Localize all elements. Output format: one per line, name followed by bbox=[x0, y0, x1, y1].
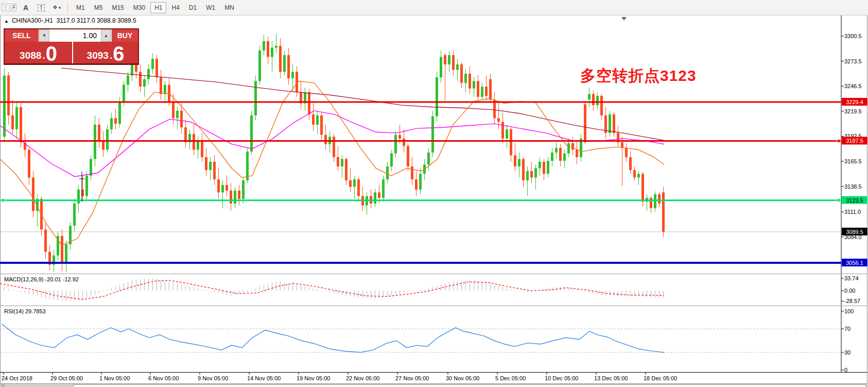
price-axis-tick: 3246.5 bbox=[844, 83, 862, 89]
time-axis-label: 29 Oct 05:00 bbox=[50, 375, 83, 381]
objects-menu-button[interactable]: ❖ ▾ bbox=[50, 2, 63, 14]
candle-body bbox=[44, 229, 47, 251]
candle-body bbox=[473, 81, 475, 88]
candle-body bbox=[205, 157, 207, 170]
candle-body bbox=[357, 179, 360, 196]
sell-price-main: 3088 bbox=[20, 51, 41, 60]
candle-body bbox=[526, 171, 529, 180]
line-drag-handle bbox=[837, 139, 840, 142]
candle-body bbox=[94, 125, 96, 159]
buy-price-main: 3093 bbox=[87, 51, 109, 60]
toolbar-separator bbox=[67, 3, 68, 13]
axis-label-text: 3229.4 bbox=[846, 99, 863, 105]
volume-input[interactable]: 1.00 bbox=[49, 29, 101, 42]
candle-body bbox=[3, 76, 6, 137]
candle-body bbox=[234, 191, 236, 204]
candle-body bbox=[353, 179, 356, 187]
timeframe-m1[interactable]: M1 bbox=[72, 2, 89, 13]
timeframe-d1[interactable]: D1 bbox=[185, 2, 201, 13]
axis-label-text: 3123.5 bbox=[846, 197, 863, 204]
insert-text-button[interactable]: A bbox=[19, 2, 32, 14]
price-axis-tick: 3300.5 bbox=[844, 33, 862, 39]
candle-body bbox=[230, 191, 232, 204]
candle-body bbox=[209, 162, 212, 170]
candle-body bbox=[563, 154, 566, 161]
candle-body bbox=[431, 116, 434, 153]
candle-body bbox=[197, 141, 199, 150]
candle-body bbox=[662, 192, 665, 232]
candle-body bbox=[155, 59, 158, 77]
price-axis-tick: 3111.0 bbox=[844, 209, 861, 215]
candle-body bbox=[180, 111, 183, 127]
text-a-icon: A bbox=[23, 4, 28, 12]
sell-price-box[interactable]: 3088 . 0 bbox=[5, 42, 73, 63]
candle-body bbox=[85, 176, 88, 196]
candle-body bbox=[283, 55, 286, 72]
candle-body bbox=[242, 180, 245, 199]
candle-body bbox=[147, 69, 150, 79]
candle-body bbox=[193, 134, 195, 150]
price-axis-tick: 3165.5 bbox=[844, 158, 862, 164]
chart-shift-marker-icon bbox=[621, 17, 627, 21]
candle-body bbox=[201, 141, 203, 157]
candle-body bbox=[477, 81, 479, 97]
timeframe-mn[interactable]: MN bbox=[220, 2, 238, 13]
volume-increase-button[interactable]: ▲ bbox=[101, 29, 111, 42]
timeframe-h4[interactable]: H4 bbox=[167, 2, 183, 13]
candle-body bbox=[139, 72, 142, 87]
candle-body bbox=[61, 236, 63, 263]
timeframe-m30[interactable]: M30 bbox=[129, 2, 149, 13]
text-label-button[interactable]: T bbox=[34, 2, 48, 14]
timeframe-w1[interactable]: W1 bbox=[202, 2, 219, 13]
candle-body bbox=[312, 114, 315, 125]
timeframe-m15[interactable]: M15 bbox=[108, 2, 128, 13]
time-axis-label: 6 Nov 05:00 bbox=[148, 375, 179, 381]
line-drag-handle bbox=[2, 199, 5, 202]
candle-body bbox=[123, 85, 125, 102]
ohlc-values: 3117.0 3117.0 3088.8 3089.5 bbox=[57, 17, 136, 24]
candle-body bbox=[485, 87, 488, 96]
timeframe-h1[interactable]: H1 bbox=[150, 2, 166, 13]
candle-body bbox=[427, 153, 430, 164]
rsi-label: RSI(14) 29.7853 bbox=[4, 308, 46, 314]
volume-decrease-button[interactable]: ▼ bbox=[39, 29, 49, 42]
candle-body bbox=[114, 118, 117, 124]
candle-body bbox=[518, 159, 520, 166]
chart-grid-f-button[interactable]: ⋮⋮F bbox=[1, 2, 17, 14]
time-axis-label: 9 Nov 05:00 bbox=[198, 375, 228, 381]
time-axis-label: 27 Nov 05:00 bbox=[395, 375, 429, 381]
buy-price-box[interactable]: 3093 . 6 bbox=[73, 42, 138, 63]
candle-body bbox=[407, 146, 409, 166]
sell-button[interactable]: SELL bbox=[5, 29, 39, 42]
candle-body bbox=[213, 162, 216, 179]
price-axis-tick: 3219.5 bbox=[844, 108, 862, 114]
candle-body bbox=[522, 159, 525, 180]
symbol-period-label: CHINA300-,H1 bbox=[12, 17, 53, 24]
candle-body bbox=[271, 48, 273, 57]
time-axis-label: 13 Dec 05:00 bbox=[594, 375, 628, 381]
candle-body bbox=[221, 185, 224, 192]
candle-body bbox=[650, 198, 652, 208]
candle-body bbox=[217, 179, 220, 192]
candle-body bbox=[341, 159, 343, 166]
candle-body bbox=[168, 85, 170, 102]
candle-body bbox=[349, 180, 352, 187]
candle-body bbox=[551, 153, 553, 161]
candle-body bbox=[11, 115, 14, 129]
macd-axis-tick: -28.57 bbox=[844, 298, 860, 304]
candle-body bbox=[592, 94, 595, 106]
candle-body bbox=[382, 179, 385, 198]
time-axis-label: 24 Oct 2018 bbox=[2, 375, 32, 381]
candle-body bbox=[28, 150, 30, 178]
timeframe-m5[interactable]: M5 bbox=[90, 2, 107, 13]
candle-body bbox=[378, 192, 380, 198]
candle-body bbox=[629, 157, 632, 170]
candle-body bbox=[530, 171, 533, 178]
candle-body bbox=[481, 87, 483, 97]
candle-body bbox=[143, 79, 146, 87]
rsi-line bbox=[2, 324, 664, 352]
buy-button[interactable]: BUY bbox=[111, 29, 138, 42]
candle-body bbox=[456, 64, 459, 70]
candle-body bbox=[547, 161, 549, 174]
sell-price-dot: . bbox=[42, 51, 45, 60]
